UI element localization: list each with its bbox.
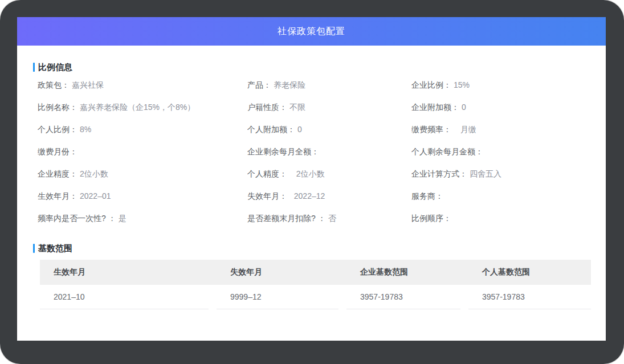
cell-personal-base-range: 3957-19783 [468,285,591,309]
field-label: 个人附加额： [247,125,295,134]
cell-company-base-range: 3957-19783 [346,285,460,309]
field-label: 个人剩余每月金额： [411,147,483,156]
field-label: 企业附加额： [411,103,459,112]
column-header-effective-month: 生效年月 [40,260,209,285]
policy-config-dialog: 社保政策包配置 比例信息 政策包：嘉兴社保 产品：养老保险 企业比例：15% 比… [17,17,606,341]
column-header-company-base-range: 企业基数范围 [346,260,460,285]
dialog-title: 社保政策包配置 [278,26,345,38]
section-title-ratio-info: 比例信息 [33,62,606,73]
field-payment-frequency: 缴费频率： 月缴 [411,124,585,135]
field-label: 企业比例： [411,80,451,89]
field-personal-precision: 个人精度： 2位小数 [247,169,411,179]
field-value: 嘉兴养老保险（企15%，个8%） [80,103,195,112]
section-title-base-range: 基数范围 [33,243,606,254]
field-value: 8% [80,125,91,134]
section-title-text: 比例信息 [38,62,72,73]
field-company-surcharge: 企业附加额：0 [411,102,585,113]
field-ratio-name: 比例名称：嘉兴养老保险（企15%，个8%） [38,102,247,113]
section-title-text: 基数范围 [38,243,72,254]
field-value: 2022–12 [289,191,325,201]
field-label: 企业计算方式： [411,169,467,178]
cell-effective-month: 2021–10 [40,285,209,309]
field-household-type: 户籍性质：不限 [247,102,411,113]
field-value: 嘉兴社保 [72,80,104,89]
field-company-monthly-remainder: 企业剩余每月全额： [247,146,411,157]
table-header-row: 生效年月 失效年月 企业基数范围 个人基数范围 [40,260,591,285]
field-label: 政策包： [38,80,70,89]
field-once-per-frequency: 频率内是否一次性? ：是 [38,213,247,224]
window-frame: 社保政策包配置 比例信息 政策包：嘉兴社保 产品：养老保险 企业比例：15% 比… [0,0,624,364]
field-label: 个人比例： [38,125,78,134]
field-value: 月缴 [454,125,476,134]
field-label: 生效年月： [38,191,78,201]
field-label: 缴费月份： [38,147,78,156]
field-personal-surcharge: 个人附加额：0 [247,124,411,135]
field-label: 个人精度： [247,169,287,178]
field-value: 0 [297,125,302,134]
field-value: 2位小数 [289,169,324,178]
dialog-header: 社保政策包配置 [17,17,606,46]
field-payment-month: 缴费月份： [38,146,247,157]
field-value: 2022–01 [80,191,111,201]
field-value: 不限 [289,103,305,112]
field-ratio-order: 比例顺序： [411,213,585,224]
field-personal-ratio: 个人比例：8% [38,124,247,135]
field-value: 2位小数 [80,169,108,178]
column-header-personal-base-range: 个人基数范围 [468,260,591,285]
field-value: 是 [119,214,127,223]
field-company-ratio: 企业比例：15% [411,80,585,91]
field-label: 产品： [247,80,271,89]
field-label: 服务商： [411,191,443,201]
field-label: 户籍性质： [247,103,287,112]
table-row: 2021–10 9999–12 3957-19783 3957-19783 [40,285,591,309]
field-label: 比例顺序： [411,214,451,223]
field-label: 是否差额末月扣除? ： [247,214,326,223]
base-range-table: 生效年月 失效年月 企业基数范围 个人基数范围 2021–10 9999–12 … [40,260,591,309]
field-label: 缴费频率： [411,125,451,134]
ratio-info-grid: 政策包：嘉兴社保 产品：养老保险 企业比例：15% 比例名称：嘉兴养老保险（企1… [38,80,585,224]
field-deduct-diff-last-month: 是否差额末月扣除? ：否 [247,213,411,224]
field-label: 比例名称： [38,103,78,112]
field-personal-monthly-remainder: 个人剩余每月金额： [411,146,585,157]
field-expiry-month: 失效年月： 2022–12 [247,191,411,202]
field-value: 0 [462,103,466,112]
cell-expiry-month: 9999–12 [217,285,338,309]
field-value: 四舍五入 [470,169,501,178]
field-product: 产品：养老保险 [247,80,411,91]
field-service-provider: 服务商： [411,191,585,202]
section-accent-bar [33,63,35,72]
field-value: 否 [328,214,336,223]
field-label: 企业精度： [38,169,78,178]
field-policy-package: 政策包：嘉兴社保 [38,80,247,91]
field-label: 企业剩余每月全额： [247,147,319,156]
field-label: 失效年月： [247,191,287,201]
section-accent-bar [33,244,35,253]
field-company-precision: 企业精度：2位小数 [38,169,247,179]
field-value: 养老保险 [274,80,305,89]
column-header-expiry-month: 失效年月 [217,260,338,285]
field-effective-month: 生效年月：2022–01 [38,191,247,202]
field-value: 15% [454,80,470,89]
field-company-calc-method: 企业计算方式：四舍五入 [411,169,585,179]
field-label: 频率内是否一次性? ： [38,214,116,223]
